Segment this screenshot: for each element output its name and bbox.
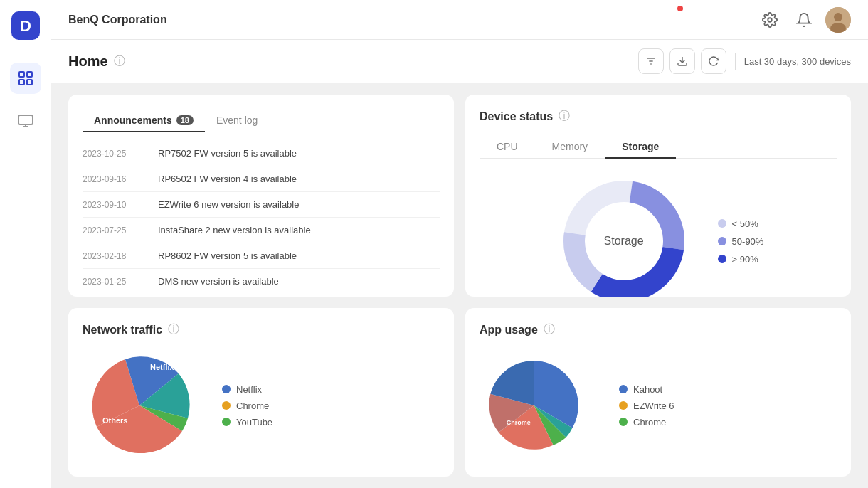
svg-rect-2: [19, 72, 24, 77]
network-legend-chrome: Chrome: [222, 401, 272, 411]
youtube-dot: [222, 418, 231, 426]
app-legend-kahoot: Kahoot: [619, 384, 674, 395]
tab-cpu[interactable]: CPU: [480, 135, 535, 158]
network-legend: Netflix Chrome YouTube: [222, 384, 272, 428]
svg-rect-5: [27, 80, 32, 85]
tab-announcements[interactable]: Announcements 18: [83, 109, 205, 132]
netflix-dot: [222, 385, 231, 393]
network-legend-youtube: YouTube: [222, 417, 272, 428]
storage-donut-chart: Storage: [553, 170, 695, 297]
page-title: Home: [68, 53, 108, 70]
sidebar-item-grid[interactable]: [10, 63, 41, 94]
filter-label: Last 30 days, 300 devices: [744, 56, 851, 67]
ezwrite-dot: [619, 401, 628, 410]
device-status-card: Device status ⓘ CPU Memory Storage: [465, 95, 851, 297]
kahoot-dot: [619, 385, 628, 393]
network-legend-netflix: Netflix: [222, 384, 272, 395]
user-avatar[interactable]: [825, 7, 851, 33]
company-name: BenQ Corporation: [68, 14, 757, 26]
ann-item-1: 2023-09-16 RP6502 FW version 4 is availa…: [83, 166, 440, 192]
header-divider: [735, 53, 736, 70]
download-button[interactable]: [669, 48, 695, 74]
network-traffic-header: Network traffic ⓘ: [83, 322, 440, 337]
legend-item-high: > 90%: [718, 254, 764, 265]
device-status-header: Device status ⓘ: [480, 109, 837, 124]
ann-date-5: 2023-01-25: [83, 277, 147, 287]
ann-date-0: 2023-10-25: [83, 149, 147, 159]
svg-text:Netflix: Netflix: [150, 363, 175, 371]
ann-text-4: RP8602 FW version 5 is available: [158, 250, 297, 261]
legend-dot-mid: [718, 237, 726, 245]
main-content: BenQ Corporation: [51, 0, 868, 488]
legend-dot-high: [718, 255, 726, 263]
page-header: Home ⓘ Last 30 days, 300 devices: [51, 40, 868, 83]
tab-storage[interactable]: Storage: [605, 135, 676, 158]
device-status-info-icon[interactable]: ⓘ: [559, 109, 570, 124]
ann-date-4: 2023-02-18: [83, 251, 147, 261]
filter-button[interactable]: [638, 48, 664, 74]
ann-date-2: 2023-09-10: [83, 200, 147, 210]
svg-rect-6: [18, 115, 33, 124]
sidebar-item-monitor[interactable]: [10, 105, 41, 137]
content-grid: Announcements 18 Event log 2023-10-25 RP…: [51, 83, 868, 488]
app-legend-ezwrite: EZWrite 6: [619, 401, 674, 411]
view-all-button[interactable]: View all updates: [83, 294, 440, 297]
sidebar: D: [0, 0, 51, 488]
svg-rect-3: [27, 72, 32, 77]
app-usage-title: App usage: [480, 324, 538, 336]
svg-point-7: [768, 18, 772, 22]
app-usage-pie-chart: Chrome: [480, 349, 608, 462]
sidebar-nav: [10, 63, 41, 137]
ann-text-3: InstaShare 2 new version is available: [158, 225, 311, 235]
app-usage-chart-content: Chrome Kahoot EZWrite 6 Chrome: [480, 349, 837, 462]
network-traffic-card: Network traffic ⓘ: [68, 308, 454, 477]
ann-item-5: 2023-01-25 DMS new version is available: [83, 269, 440, 294]
svg-text:D: D: [20, 17, 31, 35]
ann-text-0: RP7502 FW version 5 is available: [158, 148, 297, 159]
storage-content: Storage < 50% 50-90% > 90%: [480, 170, 837, 297]
network-info-icon[interactable]: ⓘ: [168, 322, 179, 337]
svg-text:Chrome: Chrome: [507, 419, 531, 426]
svg-point-9: [834, 13, 842, 21]
legend-item-low: < 50%: [718, 218, 764, 229]
ann-text-2: EZWrite 6 new version is available: [158, 199, 299, 210]
topbar: BenQ Corporation: [51, 0, 868, 40]
topbar-actions: [757, 7, 851, 33]
ann-date-3: 2023-07-25: [83, 226, 147, 235]
network-chart-content: Others Netflix Netflix Chrome Y: [83, 349, 440, 462]
network-traffic-title: Network traffic: [83, 324, 162, 336]
tab-event-log[interactable]: Event log: [205, 109, 269, 132]
page-info-icon[interactable]: ⓘ: [114, 54, 125, 69]
settings-button[interactable]: [757, 7, 783, 33]
announcements-tabs: Announcements 18 Event log: [83, 109, 440, 132]
ann-date-1: 2023-09-16: [83, 174, 147, 184]
legend-item-mid: 50-90%: [718, 236, 764, 247]
chrome-legend-dot: [619, 418, 628, 426]
ann-item-2: 2023-09-10 EZWrite 6 new version is avai…: [83, 192, 440, 218]
notifications-button[interactable]: [791, 7, 817, 33]
app-usage-header: App usage ⓘ: [480, 322, 837, 337]
app-legend-chrome: Chrome: [619, 417, 674, 428]
app-usage-legend: Kahoot EZWrite 6 Chrome: [619, 384, 674, 428]
ann-text-1: RP6502 FW version 4 is available: [158, 174, 297, 184]
storage-legend: < 50% 50-90% > 90%: [718, 218, 764, 265]
ann-item-3: 2023-07-25 InstaShare 2 new version is a…: [83, 218, 440, 243]
donut-center-label: Storage: [604, 235, 644, 248]
announcements-badge: 18: [176, 115, 194, 125]
chrome-dot: [222, 401, 231, 410]
svg-rect-4: [19, 80, 24, 85]
device-status-tabs: CPU Memory Storage: [480, 135, 837, 159]
header-actions: Last 30 days, 300 devices: [638, 48, 851, 74]
refresh-button[interactable]: [701, 48, 726, 74]
svg-text:Others: Others: [102, 416, 127, 425]
ann-text-5: DMS new version is available: [158, 276, 279, 287]
announcements-card: Announcements 18 Event log 2023-10-25 RP…: [68, 95, 454, 297]
tab-memory[interactable]: Memory: [535, 135, 605, 158]
app-usage-card: App usage ⓘ: [465, 308, 851, 477]
app-usage-info-icon[interactable]: ⓘ: [544, 322, 555, 337]
network-pie-chart: Others Netflix: [83, 349, 211, 462]
device-status-title: Device status: [480, 110, 553, 123]
legend-dot-low: [718, 219, 726, 228]
ann-item-4: 2023-02-18 RP8602 FW version 5 is availa…: [83, 243, 440, 269]
app-logo[interactable]: D: [11, 11, 40, 40]
